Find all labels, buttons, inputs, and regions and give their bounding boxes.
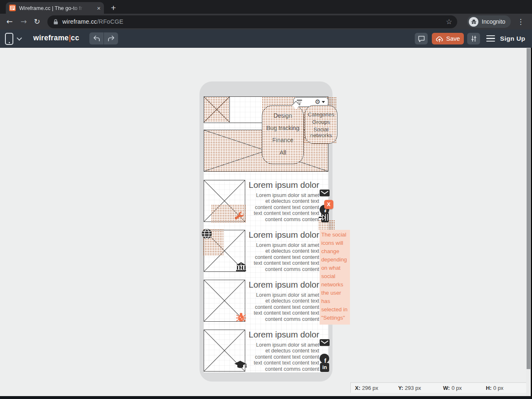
card-body-text: Lorem ipsum dolor sit ametet delectus co… — [240, 192, 319, 222]
close-tab-icon[interactable]: × — [97, 5, 101, 11]
url-path: /RFoCGE — [97, 18, 123, 25]
menu-item-design[interactable]: Design — [273, 112, 292, 119]
browser-menu-icon[interactable]: ⋮ — [517, 17, 525, 26]
cloud-upload-icon — [436, 35, 443, 42]
gear-icon[interactable]: ⚙ — [315, 99, 320, 105]
favicon-wireframe-icon — [9, 5, 16, 11]
settings-button[interactable] — [467, 33, 480, 44]
hamburger-menu-icon[interactable] — [486, 35, 495, 42]
card-heading: Lorem ipsum dolor — [243, 180, 319, 190]
list-item: Lorem ipsum dolor Lorem ipsum dolor sit … — [204, 330, 337, 379]
status-x: X:296 px — [355, 385, 398, 391]
crossed-box-icon — [204, 97, 229, 122]
x-value: 296 px — [362, 385, 378, 391]
w-value: 0 px — [451, 385, 462, 391]
bookmark-star-icon[interactable]: ☆ — [446, 17, 452, 26]
browser-tab[interactable]: Wireframe.cc | The go-to fr × — [6, 2, 104, 14]
h-value: 0 px — [493, 385, 504, 391]
list-item: Lorem ipsum dolor Lorem ipsum dolor sit … — [204, 280, 337, 330]
sign-in-icon[interactable] — [318, 212, 329, 224]
annotation-dots-region — [211, 204, 246, 222]
list-item: Lorem ipsum dolor Lorem ipsum dolor sit … — [204, 230, 337, 280]
card-body-text: Lorem ipsum dolor sit ametet delectus co… — [240, 242, 319, 272]
menu-item-finance[interactable]: Finance — [272, 137, 293, 143]
device-phone-icon[interactable] — [5, 33, 13, 45]
card-body-text: Lorem ipsum dolor sit ametet delectus co… — [240, 292, 319, 322]
incognito-badge: Incognito — [467, 15, 511, 28]
card-heading: Lorem ipsum dolor — [243, 330, 319, 340]
caret-down-icon — [322, 101, 325, 103]
gear-dropdown[interactable]: ⚙ — [315, 99, 325, 105]
save-button[interactable]: Save — [432, 33, 464, 44]
menu-item-bug-tracking[interactable]: Bug tracking — [266, 125, 299, 131]
url-text[interactable]: wireframe.cc/RFoCGE — [62, 18, 123, 25]
logo-text-second: cc — [71, 34, 79, 42]
comment-button[interactable] — [415, 33, 428, 44]
logo-text-first: wireframe — [33, 34, 69, 42]
facebook-icon[interactable]: f — [320, 354, 329, 363]
globe-icon — [201, 228, 212, 241]
list-item: Lorem ipsum dolor Lorem ipsum dolor sit … — [204, 180, 337, 230]
app-logo: wireframe|cc — [33, 34, 79, 42]
card-body-text: Lorem ipsum dolor sit ametet delectus co… — [240, 342, 319, 372]
y-label: Y: — [398, 385, 403, 391]
forward-icon[interactable]: → — [17, 18, 30, 25]
new-tab-button[interactable]: + — [108, 2, 119, 13]
bottom-edge-strip — [0, 396, 532, 399]
chevron-down-icon[interactable] — [17, 35, 22, 41]
back-icon[interactable]: ← — [3, 18, 16, 25]
sign-up-button[interactable]: Sign Up — [500, 35, 525, 42]
w-label: W: — [443, 385, 450, 391]
url-host: wireframe.cc — [62, 18, 97, 25]
screen: Wireframe.cc | The go-to fr × + ← → ↻ wi… — [0, 0, 532, 399]
incognito-icon — [469, 17, 478, 27]
address-bar[interactable]: wireframe.cc/RFoCGE ☆ — [47, 15, 457, 28]
menu-item-groups[interactable]: Groups — [312, 119, 330, 125]
app-toolbar: wireframe|cc Save Sign Up — [0, 30, 532, 48]
menu-item-categories[interactable]: Categories — [308, 112, 335, 118]
annotation-note[interactable]: The social icons will change depending o… — [320, 230, 350, 325]
status-y: Y:293 px — [398, 385, 443, 391]
card-heading: Lorem ipsum dolor — [243, 280, 319, 290]
history-button-group — [89, 32, 118, 44]
sliders-icon — [470, 35, 478, 42]
browser-tab-strip: Wireframe.cc | The go-to fr × + — [0, 0, 532, 14]
x-label: X: — [355, 385, 360, 391]
undo-button[interactable] — [89, 32, 103, 44]
mail-icon[interactable] — [320, 188, 330, 200]
close-button-label: X — [327, 202, 330, 207]
incognito-label: Incognito — [482, 18, 505, 25]
tab-title: Wireframe.cc | The go-to fr — [19, 5, 85, 11]
top-image-placeholder[interactable] — [204, 97, 230, 122]
linkedin-icon[interactable]: in — [320, 363, 329, 372]
menu-item-social-networks[interactable]: Social networks — [305, 127, 337, 138]
card-heading: Lorem ipsum dolor — [243, 230, 319, 240]
coordinates-status-bar: X:296 px Y:293 px W:0 px H:0 px — [350, 382, 532, 393]
lock-icon — [53, 19, 58, 25]
redo-button[interactable] — [104, 32, 118, 44]
linkedin-glyph: in — [322, 365, 327, 370]
status-h: H:0 px — [486, 385, 503, 391]
scrollbar-thumb[interactable] — [527, 48, 530, 369]
reload-icon[interactable]: ↻ — [31, 18, 43, 25]
redo-icon — [107, 34, 115, 42]
comment-icon — [418, 35, 425, 42]
browser-toolbar: ← → ↻ wireframe.cc/RFoCGE ☆ Incognito ⋮ — [0, 14, 532, 30]
y-value: 293 px — [405, 385, 421, 391]
close-annotation-button[interactable]: X — [324, 200, 333, 209]
undo-icon — [93, 34, 101, 42]
save-label: Save — [446, 35, 460, 42]
status-w: W:0 px — [443, 385, 486, 391]
dropdown-menu-groups: Categories Groups Social networks — [305, 105, 337, 144]
dropdown-menu-filters: Design Bug tracking Finance All — [262, 105, 304, 164]
h-label: H: — [486, 385, 492, 391]
menu-item-all[interactable]: All — [280, 149, 286, 156]
mail-icon[interactable] — [320, 337, 330, 349]
